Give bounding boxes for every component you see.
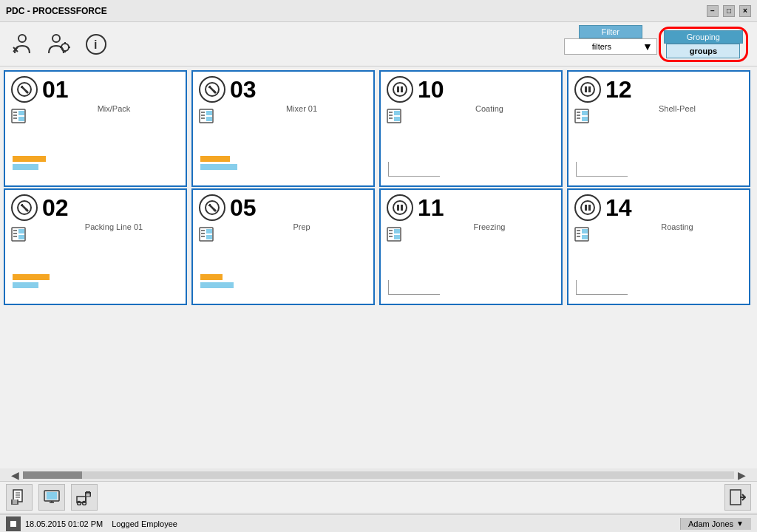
status-user[interactable]: Adam Jones ▼ [680, 518, 751, 530]
document-icon[interactable] [6, 484, 33, 511]
machine-card-05[interactable]: 05 Prep [191, 188, 375, 305]
machine-card-01[interactable]: 01 Mix/Pack [4, 70, 187, 187]
close-button[interactable]: × [739, 5, 751, 17]
machine-chart [13, 274, 178, 296]
horizontal-scrollbar[interactable]: ◀ ▶ [0, 468, 757, 482]
machine-status-icon[interactable] [574, 194, 601, 221]
settings-person-icon[interactable] [44, 30, 74, 59]
machine-card-14[interactable]: 14 Roasting [567, 188, 750, 305]
machine-chart [200, 156, 366, 178]
machine-list-icon[interactable] [11, 109, 26, 127]
svg-point-103 [78, 502, 81, 505]
bottom-left-icons [6, 484, 98, 511]
machine-card-02[interactable]: 02 Packing Line 01 [4, 188, 187, 305]
machine-chart [576, 156, 741, 178]
svg-rect-48 [582, 117, 588, 121]
machine-card-12[interactable]: 12 Shell-Peel [567, 70, 750, 187]
svg-rect-107 [730, 490, 741, 505]
svg-rect-86 [582, 235, 588, 239]
machine-name: Packing Line 01 [5, 222, 186, 231]
svg-point-40 [581, 83, 594, 96]
machine-status-icon[interactable] [199, 76, 225, 103]
info-icon[interactable]: i [81, 30, 111, 59]
machine-number: 11 [418, 196, 444, 219]
forklift-icon[interactable] [71, 484, 98, 511]
groups-button[interactable]: groups [666, 44, 740, 58]
status-datetime: 18.05.2015 01:02 PM [25, 519, 103, 528]
svg-rect-32 [397, 86, 399, 92]
svg-rect-29 [206, 111, 212, 115]
svg-rect-68 [206, 235, 212, 239]
machine-chart [13, 156, 178, 178]
filter-section: Filter filters ▼ [564, 25, 657, 64]
scroll-track[interactable] [23, 471, 734, 479]
machine-list-icon[interactable] [574, 227, 589, 245]
user-dropdown-icon[interactable]: ▼ [736, 519, 744, 528]
machine-list-icon[interactable] [199, 109, 214, 127]
svg-rect-57 [18, 229, 24, 233]
status-bar: 18.05.2015 01:02 PM Logged Employee Adam… [0, 514, 757, 532]
wrench-person-icon[interactable] [7, 30, 37, 59]
machine-number: 02 [42, 196, 69, 219]
filters-button[interactable]: filters [565, 40, 639, 53]
machine-number: 12 [605, 78, 632, 101]
grouping-section: Grouping groups [664, 30, 743, 58]
machine-list-icon[interactable] [387, 227, 401, 245]
machine-name: Mix/Pack [5, 104, 186, 113]
exit-icon[interactable] [724, 484, 751, 511]
machine-grid: 01 Mix/Pack [0, 66, 757, 309]
filter-funnel-icon[interactable]: ▼ [639, 39, 656, 54]
svg-rect-80 [588, 205, 591, 211]
maximize-button[interactable]: □ [723, 5, 735, 17]
svg-rect-96 [47, 492, 57, 499]
machine-status-icon[interactable] [387, 76, 413, 103]
svg-rect-70 [397, 205, 399, 211]
machine-list-icon[interactable] [11, 227, 26, 245]
machine-card-03[interactable]: 03 Mixer 01 [191, 70, 375, 187]
machine-card-10[interactable]: 10 Coating [379, 70, 563, 187]
svg-rect-20 [18, 117, 24, 121]
machine-status-icon[interactable] [574, 76, 601, 103]
svg-point-0 [18, 35, 26, 42]
machine-status-icon[interactable] [199, 194, 225, 221]
svg-point-4 [61, 44, 69, 51]
machine-name: Shell-Peel [568, 104, 749, 113]
machine-card-11[interactable]: 11 Freezing [379, 188, 563, 305]
filter-header: Filter [579, 25, 642, 38]
svg-rect-85 [582, 229, 588, 233]
card-header: 12 [568, 72, 749, 103]
svg-rect-110 [10, 521, 16, 527]
scroll-left-arrow[interactable]: ◀ [11, 469, 19, 481]
machine-number: 03 [230, 78, 257, 101]
machine-name: Freezing [381, 222, 561, 231]
status-label: Logged Employee [112, 519, 680, 528]
card-header: 01 [5, 72, 186, 103]
svg-rect-41 [585, 86, 587, 92]
machine-status-icon[interactable] [11, 76, 38, 103]
minimize-button[interactable]: − [707, 5, 719, 17]
monitor-icon[interactable] [38, 484, 65, 511]
window-controls[interactable]: − □ × [707, 5, 751, 17]
svg-rect-77 [394, 235, 400, 239]
machine-status-icon[interactable] [387, 194, 413, 221]
title-bar: PDC - PROCESSFORCE − □ × [0, 0, 757, 22]
scroll-right-arrow[interactable]: ▶ [738, 469, 746, 481]
machine-list-icon[interactable] [574, 109, 589, 127]
status-username: Adam Jones [688, 519, 733, 528]
grouping-highlight: Grouping groups [657, 25, 750, 64]
machine-list-icon[interactable] [199, 227, 214, 245]
scroll-thumb[interactable] [23, 471, 82, 479]
svg-rect-71 [401, 205, 403, 211]
card-header: 02 [5, 190, 186, 221]
grouping-header: Grouping [664, 30, 743, 44]
svg-point-69 [393, 201, 407, 214]
svg-point-78 [581, 201, 594, 214]
machine-chart [388, 274, 554, 296]
status-icon [6, 516, 21, 531]
machine-status-icon[interactable] [11, 194, 38, 221]
machine-list-icon[interactable] [387, 109, 401, 127]
svg-rect-19 [18, 111, 24, 115]
machine-chart [576, 274, 741, 296]
card-header: 10 [381, 72, 561, 103]
machine-name: Roasting [568, 222, 749, 231]
